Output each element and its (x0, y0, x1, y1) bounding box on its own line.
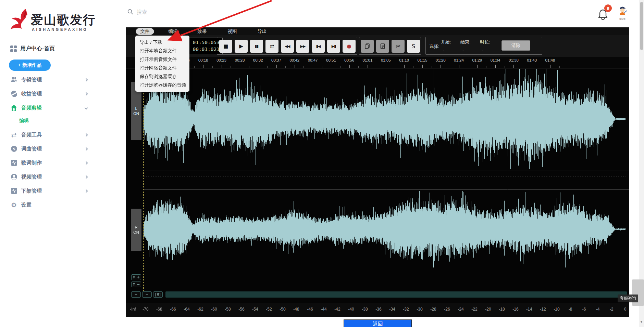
menu-2[interactable]: 编辑 (164, 28, 182, 35)
zoom-out-button[interactable]: − (142, 291, 152, 298)
db-label: -40 (348, 307, 354, 312)
db-label: -52 (266, 307, 272, 312)
sidebar-item-4[interactable]: 编辑 (19, 115, 117, 127)
chevron-right-icon (85, 161, 88, 165)
ruler-tick (231, 66, 231, 68)
skip-start-button[interactable]: ▮◀ (312, 40, 325, 53)
rewind-button[interactable]: ◀◀ (281, 40, 294, 53)
time-current: 01:50:053 (188, 39, 220, 46)
record-button[interactable]: ● (343, 40, 356, 53)
db-label: -68 (156, 307, 162, 312)
ruler-label: 01:20 (436, 58, 446, 62)
zoom-in-button[interactable]: + (131, 291, 141, 298)
waveform-display[interactable] (126, 68, 629, 303)
sidebar-item-6[interactable]: $词曲管理 (10, 143, 117, 155)
ruler-label: 01:05 (381, 58, 391, 62)
sidebar-item-10[interactable]: ⚙设置 (10, 199, 117, 211)
dollar-icon: $ (10, 145, 17, 153)
sidebar-item-7[interactable]: 歌词制作 (10, 157, 117, 169)
chevron-down-icon (85, 106, 88, 109)
file-menu-item-4[interactable]: 打开网络音频文件 (135, 64, 189, 72)
ruler-tick (249, 66, 249, 68)
ruler-tick (212, 66, 213, 68)
pulse-icon (10, 187, 17, 195)
sidebar-item-label: 下架管理 (21, 188, 42, 194)
channel-name: L (135, 106, 137, 111)
db-label: -46 (307, 307, 313, 312)
scrollbar-down-arrow[interactable]: ▼ (640, 320, 643, 324)
file-menu-item-2[interactable]: 打开本地音频文件 (135, 47, 189, 55)
file-menu-item-3[interactable]: 打开示例音频文件 (135, 55, 189, 64)
add-work-button[interactable]: + 新增作品 (9, 60, 51, 71)
sidebar-item-label: 收益管理 (21, 91, 42, 97)
db-label: -10 (554, 307, 559, 312)
file-menu-item-6[interactable]: 打开浏览器缓存的音频 (135, 81, 189, 89)
file-menu-item-1[interactable]: 导出 / 下载 (135, 38, 189, 47)
selection-info: 选择: 开始:- 结束:- 时长:- 清除 (425, 37, 542, 55)
sidebar-item-8[interactable]: 视频管理 (10, 171, 117, 183)
menu-4[interactable]: 视图 (223, 28, 242, 35)
db-label: -70 (143, 307, 148, 312)
ruler-tick (550, 65, 550, 68)
db-label: -28 (430, 307, 436, 312)
ruler-tick (459, 65, 459, 68)
ruler-tick (386, 65, 386, 68)
back-button[interactable]: 返回 (344, 319, 412, 327)
db-label: -38 (362, 307, 368, 312)
page-scrollbar[interactable]: ▼ (639, 0, 644, 327)
channel-strip-right[interactable]: R ON (131, 209, 141, 251)
ruler-tick (541, 66, 541, 68)
notification-badge: 9 (604, 4, 612, 12)
menu-3[interactable]: 效果 (193, 28, 211, 35)
ruler-tick (404, 65, 405, 68)
cut-button[interactable]: ✂ (392, 40, 405, 53)
play-button[interactable]: ▶ (235, 40, 248, 53)
avatar-caption: 爱山歌 (616, 18, 629, 20)
sidebar-item-5[interactable]: ⇄音频工具 (10, 129, 117, 141)
sidebar-item-9[interactable]: 下架管理 (10, 185, 117, 197)
ruler-tick (368, 65, 368, 68)
menu-1[interactable]: 文件 (136, 28, 154, 35)
vertical-zoom-in-button[interactable]: ↕ + (131, 274, 141, 280)
ruler-tick (559, 66, 560, 68)
copy-button[interactable] (361, 40, 374, 53)
clear-selection-button[interactable]: 清除 (501, 40, 530, 51)
pause-button[interactable]: ▮▮ (250, 40, 263, 53)
fast-forward-button[interactable]: ▶▶ (296, 40, 309, 53)
db-label: -2 (610, 307, 614, 312)
ruler-label: 01:15 (418, 58, 428, 62)
svg-text:$: $ (13, 147, 15, 151)
avatar[interactable]: 爱山歌 (616, 6, 629, 22)
scrollbar-thumb[interactable] (640, 2, 643, 50)
waveform-scrollbar[interactable] (165, 291, 627, 298)
db-label: -48 (293, 307, 299, 312)
db-label: -62 (197, 307, 203, 312)
ruler-tick (267, 66, 268, 68)
sidebar-item-2[interactable]: 收益管理 (10, 88, 117, 100)
ruler-tick (422, 65, 423, 68)
zoom-reset-button[interactable]: [R] (153, 291, 163, 298)
stop-button[interactable]: ■ (219, 40, 232, 53)
editor-menubar: 文件编辑效果视图导出 (126, 27, 629, 35)
ruler-label: 01:38 (509, 58, 519, 62)
vertical-zoom-out-button[interactable]: ↕ − (131, 282, 141, 287)
skip-end-button[interactable]: ▶▮ (327, 40, 340, 53)
sidebar-item-1[interactable]: 专辑管理 (10, 74, 117, 86)
solo-button[interactable]: S (407, 40, 420, 53)
selection-duration: 时长:- (480, 39, 497, 52)
sidebar-item-user-center[interactable]: 用户中心-首页 (10, 44, 55, 53)
ruler-tick (495, 65, 496, 68)
db-label: -60 (211, 307, 217, 312)
db-label: -34 (389, 307, 395, 312)
grid-icon (10, 45, 17, 52)
paste-button[interactable] (376, 40, 389, 53)
sidebar-item-3[interactable]: 音频剪辑 (10, 102, 117, 114)
menu-5[interactable]: 导出 (253, 28, 271, 35)
loop-button[interactable]: ⇄ (265, 40, 278, 53)
ruler-tick (505, 66, 505, 68)
timeline-ruler[interactable]: 00:1400:1800:2300:2800:3200:3700:4200:47… (126, 57, 629, 68)
gear-icon: ⚙ (10, 201, 17, 209)
search-input[interactable] (137, 9, 233, 15)
db-label: -32 (403, 307, 409, 312)
file-menu-item-5[interactable]: 保存到浏览器缓存 (135, 72, 189, 81)
